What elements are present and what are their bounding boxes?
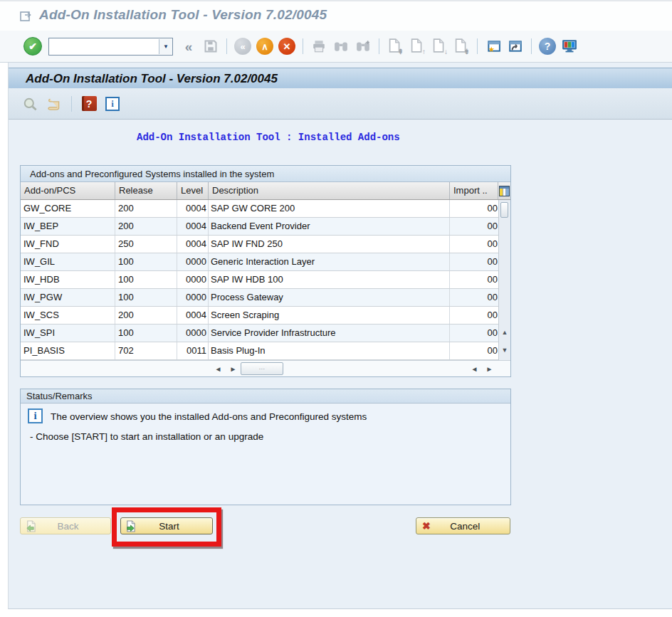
window-title: Add-On Installation Tool - Version 7.02/…	[39, 7, 327, 23]
back-icon: «	[234, 38, 251, 55]
table-row[interactable]: PI_BASIS 702 0011 Basis Plug-In 00	[21, 342, 498, 360]
table-configuration-button[interactable]	[498, 182, 510, 199]
horizontal-scrollbar-thumb[interactable]: ⋯	[241, 362, 283, 375]
content-area: Add-On Installation Tool - Version 7.02/…	[8, 63, 672, 609]
column-header-release[interactable]: Release	[115, 182, 177, 199]
window-titlebar: Add-On Installation Tool - Version 7.02/…	[0, 0, 672, 31]
scroll-right-button[interactable]: ►	[227, 362, 239, 375]
table-row[interactable]: IW_HDB 100 0000 SAP IW HDB 100 00	[21, 271, 498, 289]
cancel-x-icon: ✖	[422, 520, 431, 532]
command-field[interactable]	[49, 39, 159, 54]
previous-page-icon: ↑	[422, 48, 426, 56]
cell-level: 0000	[177, 289, 209, 306]
cell-description: Basis Plug-In	[209, 342, 450, 359]
column-header-description[interactable]: Description	[209, 182, 450, 199]
toolbar-separator	[379, 38, 379, 54]
scroll-left-button[interactable]: ◄	[212, 362, 224, 375]
cell-release: 100	[115, 289, 177, 306]
addons-table-box: Add-ons and Preconfigured Systems instal…	[20, 165, 511, 377]
vertical-scrollbar[interactable]: ▲ ▼	[498, 200, 510, 360]
first-page-button[interactable]: ⇞	[386, 37, 404, 56]
save-button[interactable]	[201, 37, 220, 56]
back-button[interactable]: «	[233, 37, 252, 56]
cell-level: 0004	[177, 236, 209, 253]
table-box-title: Add-ons and Preconfigured Systems instal…	[21, 166, 510, 182]
status-line-2: - Choose [START] to start an installatio…	[30, 431, 263, 442]
table-config-icon	[499, 186, 510, 196]
cancel-button[interactable]: ✖ Cancel	[416, 517, 510, 534]
last-page-button[interactable]: ⇟	[452, 37, 471, 56]
table-header-row: Add-on/PCS Release Level Description Imp…	[21, 182, 510, 200]
new-session-button[interactable]	[484, 37, 503, 56]
table-row[interactable]: IW_FND 250 0004 SAP IW FND 250 00	[21, 236, 498, 253]
screen-titlebar: Add-On Installation Tool - Version 7.02/…	[9, 68, 672, 89]
help-button[interactable]: ?	[538, 37, 557, 56]
cell-release: 250	[115, 236, 177, 253]
table-row[interactable]: IW_PGW 100 0000 Process Gateway 00	[21, 289, 498, 307]
cell-release: 702	[115, 342, 177, 359]
screen-info-line: Add-On Installation Tool : Installed Add…	[137, 132, 400, 143]
toolbar-separator	[303, 38, 303, 54]
cancel-transaction-button[interactable]: ✕	[278, 37, 296, 56]
cell-release: 200	[115, 307, 177, 324]
print-button[interactable]	[310, 37, 328, 56]
sapgui-monitor-icon	[562, 39, 577, 53]
cell-import: 00	[450, 200, 498, 217]
column-header-level[interactable]: Level	[177, 182, 209, 199]
create-shortcut-button[interactable]	[506, 37, 525, 56]
cell-addon: IW_SPI	[21, 325, 115, 342]
find-button[interactable]	[332, 37, 350, 56]
collapse-toolbar-button[interactable]: «	[179, 37, 198, 56]
save-icon	[204, 39, 218, 53]
cell-description: Process Gateway	[209, 289, 450, 306]
status-remarks-box: Status/Remarks i The overview shows you …	[20, 389, 511, 505]
cell-addon: IW_SCS	[21, 307, 115, 324]
next-page-icon: ↓	[444, 48, 448, 56]
next-page-button[interactable]: ↓	[430, 37, 448, 56]
cell-release: 100	[115, 271, 177, 288]
first-page-icon: ⇞	[398, 48, 404, 56]
cell-level: 0000	[177, 325, 209, 342]
table-row[interactable]: IW_BEP 200 0004 Backend Event Provider 0…	[21, 218, 498, 236]
column-header-import[interactable]: Import ..	[450, 182, 498, 199]
previous-page-button[interactable]: ↑	[408, 37, 426, 56]
scroll-left-button-right-pane[interactable]: ◄	[468, 362, 481, 375]
exit-button[interactable]: ∧	[256, 37, 274, 56]
scroll-right-button-right-pane[interactable]: ►	[483, 362, 495, 375]
table-row[interactable]: GW_CORE 200 0004 SAP GW CORE 200 00	[21, 200, 498, 218]
back-step-button[interactable]: Back	[20, 517, 111, 534]
cell-import: 00	[450, 271, 498, 288]
horizontal-scrollbar[interactable]: ◄ ► ⋯ ◄ ►	[21, 360, 510, 376]
start-button[interactable]: Start	[120, 517, 213, 534]
cancel-label: Cancel	[431, 521, 510, 532]
cell-import: 00	[450, 236, 498, 253]
log-button[interactable]	[45, 95, 63, 113]
table-row[interactable]: IW_SPI 100 0000 Service Provider Infrast…	[21, 325, 498, 342]
scroll-down-button[interactable]: ▼	[499, 343, 510, 357]
table-row[interactable]: IW_SCS 200 0004 Screen Scraping 00	[21, 307, 498, 325]
command-dropdown-button[interactable]: ▼	[159, 39, 172, 54]
find-next-button[interactable]	[354, 37, 372, 56]
enter-icon: ✔	[23, 37, 42, 56]
toolbar-separator	[226, 38, 227, 54]
application-help-button[interactable]: ?	[80, 95, 98, 113]
cell-level: 0000	[177, 253, 209, 270]
table-row[interactable]: IW_GIL 100 0000 Generic Interaction Laye…	[21, 253, 498, 271]
log-icon	[46, 97, 62, 111]
exit-icon: ∧	[256, 38, 273, 55]
vertical-scrollbar-thumb[interactable]	[500, 202, 508, 218]
column-header-addon[interactable]: Add-on/PCS	[21, 182, 115, 199]
gui-settings-button[interactable]	[560, 37, 579, 56]
help-book-icon: ?	[82, 96, 97, 111]
print-icon	[312, 40, 326, 53]
collapse-icon: «	[185, 40, 193, 53]
screen-title: Add-On Installation Tool - Version 7.02/…	[26, 72, 278, 86]
command-field-wrap: ▼	[48, 38, 173, 56]
enter-button[interactable]: ✔	[23, 37, 42, 56]
info-button[interactable]: i	[103, 95, 122, 113]
last-page-icon: ⇟	[464, 48, 470, 56]
scroll-up-button[interactable]: ▲	[499, 325, 510, 339]
new-session-icon	[486, 40, 500, 53]
search-button[interactable]	[21, 95, 40, 113]
find-icon	[334, 41, 348, 52]
